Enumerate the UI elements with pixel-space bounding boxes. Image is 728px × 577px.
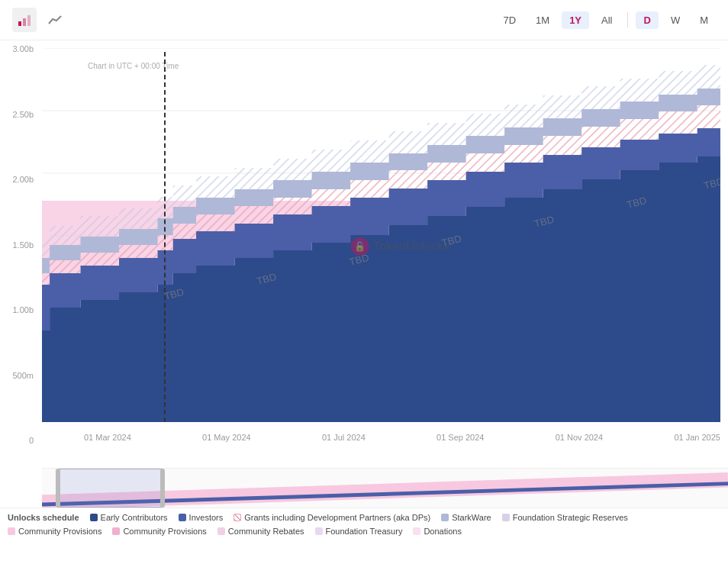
legend-early-contributors: Early Contributors bbox=[90, 513, 168, 522]
legend-dot-investors bbox=[179, 514, 186, 521]
chart-type-buttons bbox=[12, 8, 67, 32]
y-label-0: 0 bbox=[0, 436, 38, 445]
legend-dot-cp1 bbox=[8, 527, 15, 535]
divider bbox=[627, 12, 628, 27]
legend-label-reserves: Foundation Strategic Reserves bbox=[513, 513, 628, 522]
svg-rect-0 bbox=[18, 21, 21, 26]
legend-community-provisions-2: Community Provisions bbox=[112, 527, 206, 536]
1m-button[interactable]: 1M bbox=[528, 11, 557, 29]
legend-label-ft: Foundation Treasury bbox=[326, 527, 403, 536]
x-label-jul: 01 Jul 2024 bbox=[322, 433, 366, 442]
x-label-sep: 01 Sep 2024 bbox=[436, 433, 484, 442]
all-button[interactable]: All bbox=[594, 11, 620, 29]
legend-foundation-treasury: Foundation Treasury bbox=[315, 527, 403, 536]
y-label-250: 2.50b bbox=[0, 110, 38, 119]
legend-dot-starkware bbox=[441, 514, 449, 521]
legend-label-cp2: Community Provisions bbox=[123, 527, 206, 536]
y-axis: 3.00b 2.50b 2.00b 1.50b 1.00b 500m 0 bbox=[0, 40, 38, 468]
legend-dot-grants bbox=[234, 514, 241, 521]
legend: Unlocks schedule Early Contributors Inve… bbox=[0, 508, 728, 540]
7d-button[interactable]: 7D bbox=[495, 11, 523, 29]
time-controls: 7D 1M 1Y All D W M bbox=[495, 11, 716, 29]
svg-rect-1 bbox=[23, 18, 26, 26]
legend-investors: Investors bbox=[179, 513, 224, 522]
chart-svg: TBD TBD TBD TBD TBD TBD TBD bbox=[42, 48, 720, 422]
legend-dot-ft bbox=[315, 527, 323, 535]
legend-dot-reserves bbox=[502, 514, 510, 521]
x-label-may: 01 May 2024 bbox=[202, 433, 251, 442]
legend-grants: Grants including Development Partners (a… bbox=[234, 513, 430, 522]
today-line: Today bbox=[164, 52, 166, 422]
legend-foundation-reserves: Foundation Strategic Reserves bbox=[502, 513, 628, 522]
legend-donations: Donations bbox=[413, 527, 462, 536]
1y-button[interactable]: 1Y bbox=[562, 11, 589, 29]
y-label-300: 3.00b bbox=[0, 44, 38, 53]
legend-dot-early bbox=[90, 514, 98, 521]
legend-starkware: StarkWare bbox=[441, 513, 491, 522]
x-label-jan: 01 Jan 2025 bbox=[674, 433, 720, 442]
y-label-500m: 500m bbox=[0, 371, 38, 380]
y-label-100: 1.00b bbox=[0, 305, 38, 314]
chart-area: 3.00b 2.50b 2.00b 1.50b 1.00b 500m 0 Cha… bbox=[0, 40, 728, 468]
legend-label-donations: Donations bbox=[424, 527, 462, 536]
legend-label-early: Early Contributors bbox=[101, 513, 168, 522]
svg-rect-2 bbox=[27, 15, 31, 26]
scrubber-handle-left[interactable] bbox=[56, 469, 60, 508]
legend-dot-donations bbox=[413, 527, 420, 535]
y-label-150: 1.50b bbox=[0, 240, 38, 250]
x-label-nov: 01 Nov 2024 bbox=[556, 433, 603, 442]
x-axis: 01 Mar 2024 01 May 2024 01 Jul 2024 01 S… bbox=[84, 430, 720, 445]
monthly-button[interactable]: M bbox=[692, 11, 716, 29]
legend-label-grants: Grants including Development Partners (a… bbox=[244, 513, 430, 522]
legend-unlock-schedule: Unlocks schedule bbox=[8, 513, 79, 522]
legend-label-starkware: StarkWare bbox=[452, 513, 491, 522]
top-bar: 7D 1M 1Y All D W M bbox=[0, 0, 728, 40]
weekly-button[interactable]: W bbox=[663, 11, 688, 29]
scrubber-handle-right[interactable] bbox=[160, 469, 165, 508]
legend-community-provisions-1: Community Provisions bbox=[8, 527, 101, 536]
bar-chart-icon bbox=[48, 13, 62, 27]
line-chart-icon bbox=[18, 13, 31, 27]
chart-inner[interactable]: Chart in UTC + 00:00 Time bbox=[42, 48, 720, 445]
legend-label-cr: Community Rebates bbox=[228, 527, 304, 536]
legend-label: Unlocks schedule bbox=[8, 513, 79, 522]
legend-dot-cr bbox=[217, 527, 225, 535]
bar-chart-button[interactable] bbox=[43, 8, 67, 32]
scrubber[interactable] bbox=[42, 468, 728, 508]
x-label-mar: 01 Mar 2024 bbox=[84, 433, 131, 442]
daily-button[interactable]: D bbox=[636, 11, 658, 29]
scrubber-selection[interactable] bbox=[58, 469, 163, 508]
legend-community-rebates: Community Rebates bbox=[217, 527, 304, 536]
legend-dot-cp2 bbox=[112, 527, 120, 535]
legend-label-investors: Investors bbox=[189, 513, 224, 522]
line-chart-button[interactable] bbox=[12, 8, 37, 32]
y-label-200: 2.00b bbox=[0, 175, 38, 184]
legend-label-cp1: Community Provisions bbox=[18, 527, 101, 536]
